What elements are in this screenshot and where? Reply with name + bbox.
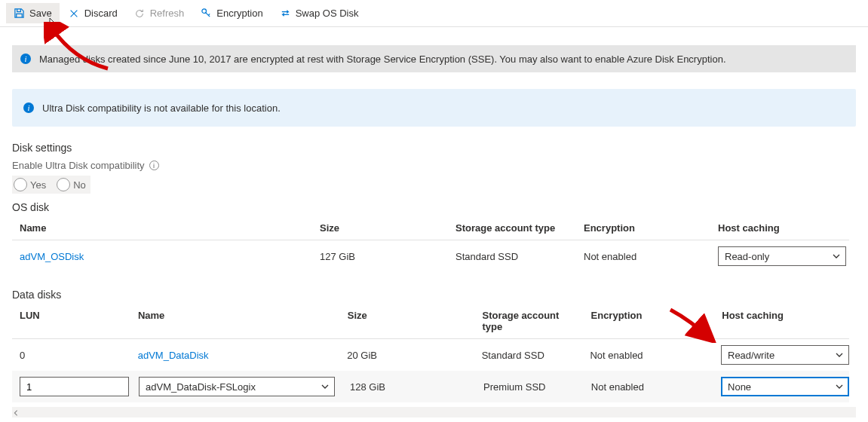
discard-button[interactable]: Discard — [61, 3, 125, 23]
swap-icon — [280, 8, 291, 19]
cell-encryption: Not enabled — [582, 350, 713, 361]
table-row: 0 adVM_DataDisk 20 GiB Standard SSD Not … — [12, 339, 849, 371]
host-caching-select[interactable]: None — [721, 377, 849, 396]
radio-no[interactable]: No — [57, 178, 86, 191]
table-header: Name Size Storage account type Encryptio… — [12, 216, 849, 240]
data-disk-link[interactable]: adVM_DataDisk — [138, 350, 209, 361]
os-disk-heading: OS disk — [12, 201, 856, 213]
data-disks-table: LUN Name Size Storage account type Encry… — [12, 304, 849, 402]
chevron-down-icon — [835, 382, 844, 391]
data-disks-heading: Data disks — [12, 289, 856, 301]
cell-storage: Standard SSD — [474, 350, 583, 361]
refresh-button[interactable]: Refresh — [127, 3, 192, 23]
discard-icon — [69, 8, 80, 19]
col-size: Size — [312, 222, 448, 234]
command-bar: Save Discard Refresh Encryption Swap OS … — [0, 0, 868, 27]
chevron-down-icon — [835, 350, 844, 359]
ultra-banner-text: Ultra Disk compatibility is not availabl… — [42, 102, 281, 114]
encryption-label: Encryption — [216, 8, 262, 19]
ultra-disk-setting-label: Enable Ultra Disk compatibility i — [12, 160, 856, 171]
cell-size: 127 GiB — [312, 251, 448, 262]
cell-storage: Premium SSD — [476, 381, 584, 393]
lun-input[interactable] — [20, 377, 129, 396]
radio-icon — [14, 178, 27, 191]
table-row: adVM_OSDisk 127 GiB Standard SSD Not ena… — [12, 240, 849, 272]
key-icon — [201, 8, 212, 19]
col-size: Size — [340, 310, 475, 332]
cell-lun: 0 — [12, 350, 130, 361]
col-caching: Host caching — [714, 310, 849, 332]
radio-icon — [57, 178, 70, 191]
info-icon: i — [20, 53, 32, 65]
disk-settings-heading: Disk settings — [12, 142, 856, 154]
info-icon: i — [23, 102, 35, 114]
os-disk-table: Name Size Storage account type Encryptio… — [12, 216, 849, 272]
ultra-disk-radio-group: Yes No — [12, 176, 90, 194]
ultra-disk-banner: i Ultra Disk compatibility is not availa… — [12, 89, 856, 127]
table-row: adVM_DataDisk-FSLogix 128 GiB Premium SS… — [12, 371, 849, 402]
col-encryption: Encryption — [584, 310, 715, 332]
info-hint-icon[interactable]: i — [149, 161, 159, 170]
radio-yes[interactable]: Yes — [14, 178, 46, 191]
discard-label: Discard — [84, 8, 118, 19]
col-name: Name — [130, 310, 340, 332]
disk-name-select[interactable]: adVM_DataDisk-FSLogix — [139, 377, 335, 396]
swap-label: Swap OS Disk — [296, 8, 359, 19]
save-icon — [14, 8, 25, 19]
chevron-left-icon — [12, 408, 21, 417]
svg-text:i: i — [27, 103, 29, 112]
col-name: Name — [12, 222, 312, 234]
save-label: Save — [29, 8, 52, 19]
host-caching-select[interactable]: Read-only — [718, 246, 846, 266]
save-button[interactable]: Save — [6, 3, 60, 23]
table-header: LUN Name Size Storage account type Encry… — [12, 304, 849, 339]
encryption-button[interactable]: Encryption — [193, 3, 270, 23]
host-caching-select[interactable]: Read/write — [721, 345, 849, 365]
refresh-icon — [134, 8, 146, 19]
cell-size: 20 GiB — [339, 350, 474, 361]
sse-banner-text: Managed disks created since June 10, 201… — [39, 54, 726, 65]
cell-encryption: Not enabled — [576, 251, 710, 262]
chevron-down-icon — [321, 382, 330, 391]
sse-info-banner: i Managed disks created since June 10, 2… — [12, 45, 856, 72]
chevron-down-icon — [832, 252, 841, 261]
horizontal-scrollbar[interactable] — [12, 407, 856, 417]
os-disk-link[interactable]: adVM_OSDisk — [20, 251, 84, 262]
swap-os-disk-button[interactable]: Swap OS Disk — [272, 3, 367, 23]
col-storage: Storage account type — [475, 310, 584, 332]
cell-size: 128 GiB — [342, 381, 476, 393]
col-caching: Host caching — [710, 222, 846, 234]
col-encryption: Encryption — [576, 222, 710, 234]
cell-encryption: Not enabled — [584, 381, 713, 393]
cell-storage: Standard SSD — [448, 251, 576, 262]
svg-text:i: i — [24, 54, 26, 63]
refresh-label: Refresh — [150, 8, 185, 19]
col-lun: LUN — [12, 310, 130, 332]
col-storage: Storage account type — [448, 222, 576, 234]
